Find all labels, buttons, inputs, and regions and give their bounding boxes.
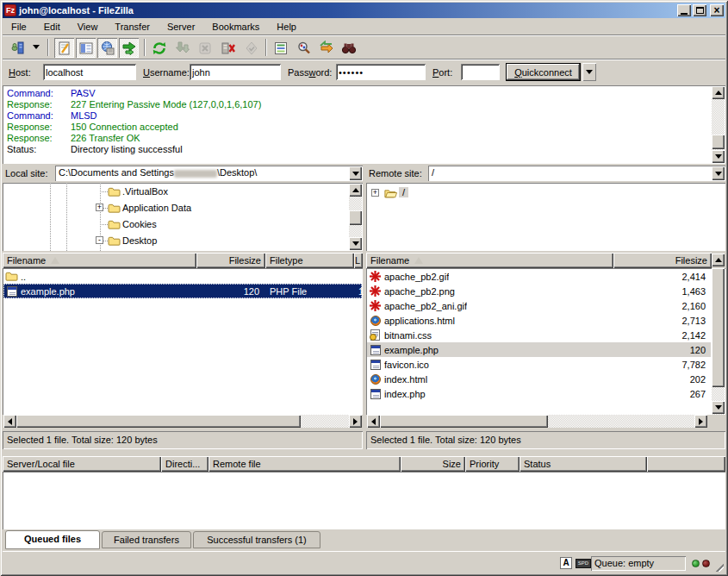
- file-row-parent[interactable]: ..: [3, 269, 362, 284]
- minimize-button[interactable]: [677, 4, 691, 16]
- column-direction[interactable]: Directi...: [161, 456, 208, 472]
- synchronized-browsing-button[interactable]: [316, 38, 336, 58]
- file-row[interactable]: bitnami.css 2,142: [367, 328, 711, 342]
- local-path-combo[interactable]: C:\Documents and Settings\Desktop\: [55, 166, 363, 181]
- triangle-down-icon: [715, 154, 722, 159]
- column-status[interactable]: Status: [520, 456, 647, 472]
- toggle-message-log-button[interactable]: [54, 38, 74, 58]
- file-row-selected[interactable]: example.php 120: [367, 342, 711, 357]
- file-row[interactable]: index.php 267: [367, 386, 711, 401]
- reconnect-button[interactable]: [241, 38, 261, 58]
- column-last-modified[interactable]: L: [354, 253, 363, 268]
- process-queue-button[interactable]: [172, 38, 192, 58]
- tree-item-desktop[interactable]: Desktop: [122, 235, 157, 246]
- expand-plus-icon[interactable]: +: [371, 189, 379, 197]
- scroll-left-button[interactable]: [367, 415, 380, 428]
- column-filename[interactable]: Filename: [3, 253, 196, 268]
- site-manager-button[interactable]: [8, 38, 28, 58]
- title-bar[interactable]: Fz john@localhost - FileZilla ×: [3, 3, 725, 18]
- file-row-selected[interactable]: example.php 120 PHP File 1: [3, 284, 362, 298]
- quickconnect-dropdown[interactable]: [582, 63, 596, 81]
- file-row[interactable]: apache_pb2.png 1,463: [367, 284, 711, 298]
- quickconnect-button[interactable]: Quickconnect: [506, 63, 581, 81]
- file-row[interactable]: index.html 202: [367, 372, 711, 386]
- local-path-dropdown[interactable]: [349, 166, 362, 180]
- scroll-up-button[interactable]: [712, 86, 725, 99]
- tree-connector: [100, 224, 108, 225]
- maximize-button[interactable]: [693, 4, 706, 16]
- tab-failed-transfers[interactable]: Failed transfers: [102, 531, 191, 548]
- transfer-type-ascii-icon[interactable]: A: [560, 557, 572, 569]
- tree-item-virtualbox[interactable]: .VirtualBox: [122, 186, 168, 197]
- menu-file[interactable]: File: [3, 20, 35, 34]
- tab-queued-files[interactable]: Queued files: [5, 530, 100, 549]
- speed-limits-icon[interactable]: SPD: [576, 559, 591, 568]
- remote-path-combo[interactable]: /: [428, 166, 725, 181]
- scroll-up-button[interactable]: [712, 254, 725, 266]
- file-row[interactable]: apache_pb2.gif 2,414: [367, 269, 711, 284]
- refresh-button[interactable]: [149, 38, 169, 58]
- local-file-list[interactable]: .. example.php 120 PHP File 1: [3, 268, 363, 415]
- toggle-transfer-queue-button[interactable]: [119, 38, 139, 58]
- close-button[interactable]: ×: [710, 4, 724, 16]
- cancel-operation-button[interactable]: [195, 38, 215, 58]
- file-row[interactable]: favicon.ico 7,782: [367, 357, 711, 372]
- tree-item-root[interactable]: /: [399, 187, 408, 197]
- scroll-right-button[interactable]: [694, 415, 707, 428]
- scrollbar-thumb[interactable]: [16, 415, 301, 428]
- column-priority[interactable]: Priority: [465, 456, 520, 472]
- menu-server[interactable]: Server: [159, 20, 203, 34]
- menu-view[interactable]: View: [69, 20, 107, 34]
- column-filesize[interactable]: Filesize: [196, 253, 265, 268]
- scroll-down-button[interactable]: [712, 150, 725, 163]
- port-input[interactable]: [461, 64, 500, 80]
- column-filetype[interactable]: Filetype: [265, 253, 354, 268]
- find-files-button[interactable]: [339, 38, 358, 58]
- tree-item-application-data[interactable]: Application Data: [122, 203, 191, 213]
- queue-list[interactable]: [3, 472, 725, 529]
- password-input[interactable]: [336, 64, 426, 80]
- image-file-icon: [369, 285, 382, 297]
- scrollbar-thumb[interactable]: [712, 268, 725, 387]
- expand-plus-icon[interactable]: +: [96, 203, 103, 211]
- menu-help[interactable]: Help: [268, 20, 305, 34]
- scroll-left-button[interactable]: [3, 415, 16, 428]
- scroll-up-button[interactable]: [349, 184, 362, 197]
- file-row[interactable]: apache_pb2_ani.gif 2,160: [367, 298, 711, 313]
- collapse-minus-icon[interactable]: -: [96, 236, 103, 244]
- host-input[interactable]: [43, 64, 136, 80]
- tab-successful-transfers[interactable]: Successful transfers (1): [193, 531, 320, 548]
- column-server-local-file[interactable]: Server/Local file: [3, 456, 161, 472]
- remote-hscrollbar[interactable]: [366, 415, 725, 429]
- menu-edit[interactable]: Edit: [35, 20, 69, 34]
- local-directory-tree[interactable]: .VirtualBox + Application Data Cookies -…: [3, 183, 363, 251]
- scroll-down-button[interactable]: [712, 401, 725, 414]
- toggle-remote-tree-button[interactable]: [97, 38, 117, 58]
- remote-path-dropdown[interactable]: [712, 166, 725, 180]
- site-manager-dropdown[interactable]: [30, 38, 42, 58]
- directory-comparison-button[interactable]: [294, 38, 314, 58]
- disconnect-button[interactable]: [218, 38, 238, 58]
- username-input[interactable]: [190, 64, 281, 80]
- scroll-right-button[interactable]: [349, 415, 362, 428]
- column-filesize[interactable]: Filesize: [613, 253, 712, 268]
- resize-grip[interactable]: [712, 560, 724, 572]
- menu-bookmarks[interactable]: Bookmarks: [203, 20, 268, 34]
- column-filename[interactable]: Filename: [366, 253, 613, 268]
- chevron-down-icon: [33, 45, 40, 49]
- scrollbar-thumb[interactable]: [712, 135, 725, 149]
- scroll-down-button[interactable]: [349, 237, 362, 250]
- tree-item-cookies[interactable]: Cookies: [122, 219, 157, 229]
- remote-directory-tree[interactable]: + /: [366, 183, 725, 251]
- local-hscrollbar[interactable]: [3, 415, 363, 429]
- remote-file-list[interactable]: apache_pb2.gif 2,414 apache_pb2.png 1,46…: [366, 268, 725, 415]
- column-remote-file[interactable]: Remote file: [208, 456, 401, 472]
- menu-transfer[interactable]: Transfer: [106, 20, 159, 34]
- file-row[interactable]: applications.html 2,713: [367, 313, 711, 328]
- toggle-local-tree-button[interactable]: [76, 38, 96, 58]
- filter-button[interactable]: [271, 38, 290, 58]
- column-size[interactable]: Size: [401, 456, 465, 472]
- toolbar-separator: [144, 39, 146, 56]
- scrollbar-thumb[interactable]: [349, 210, 362, 225]
- scrollbar-thumb[interactable]: [380, 415, 548, 428]
